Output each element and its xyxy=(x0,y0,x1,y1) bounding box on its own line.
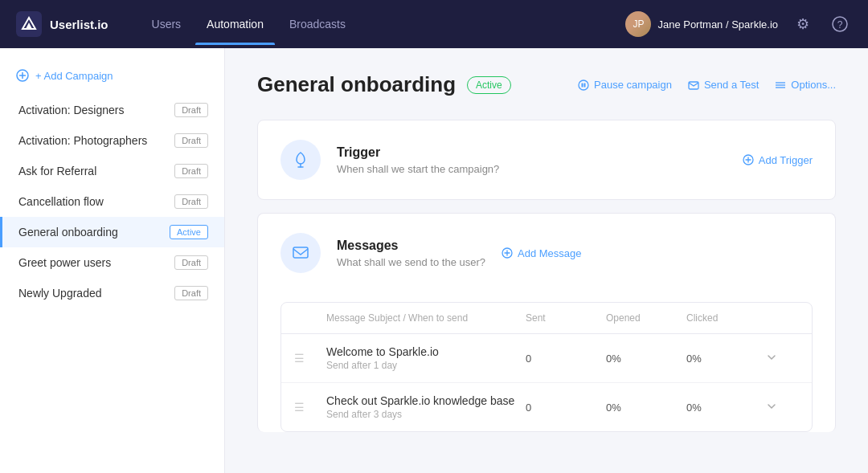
main-layout: + Add Campaign Activation: Designers Dra… xyxy=(0,48,868,473)
add-campaign-button[interactable]: + Add Campaign xyxy=(0,64,224,95)
sidebar-item-badge: Draft xyxy=(174,286,208,300)
messages-card: Messages What shall we send to the user?… xyxy=(257,213,836,432)
table-header: Message Subject / When to send Sent Open… xyxy=(281,303,812,334)
add-message-button[interactable]: Add Message xyxy=(502,247,582,259)
sidebar-item-badge: Draft xyxy=(174,103,208,117)
clicked-stat: 0% xyxy=(686,402,767,414)
sidebar-item-general-onboarding[interactable]: General onboarding Active xyxy=(0,217,224,247)
svg-rect-10 xyxy=(584,83,586,87)
table-row: ☰ Check out Sparkle.io knowledge base Se… xyxy=(281,383,812,431)
opened-stat: 0% xyxy=(606,353,686,365)
header-actions: Pause campaign Send a Test Options. xyxy=(578,79,836,91)
col-opened: Opened xyxy=(606,312,686,324)
status-badge: Active xyxy=(467,76,511,94)
messages-icon xyxy=(280,233,321,273)
options-label: Options... xyxy=(791,79,836,91)
table-row: ☰ Welcome to Sparkle.io Send after 1 day… xyxy=(281,334,812,383)
message-subject-cell: Welcome to Sparkle.io Send after 1 day xyxy=(326,345,526,371)
nav-users[interactable]: Users xyxy=(141,11,193,37)
user-label: Jane Portman / Sparkle.io xyxy=(657,18,778,31)
sidebar-item-newly-upgraded[interactable]: Newly Upgraded Draft xyxy=(0,278,224,308)
sidebar-item-badge: Draft xyxy=(174,133,208,148)
message-subject: Check out Sparkle.io knowledge base xyxy=(326,394,526,407)
settings-button[interactable]: ⚙ xyxy=(791,12,815,36)
options-button[interactable]: Options... xyxy=(775,79,836,91)
sidebar-item-activation-designers[interactable]: Activation: Designers Draft xyxy=(0,95,224,125)
nav-broadcasts[interactable]: Broadcasts xyxy=(278,11,357,37)
sidebar-item-badge: Draft xyxy=(174,255,208,270)
sidebar-item-badge: Active xyxy=(170,225,208,239)
logo-text: Userlist.io xyxy=(50,18,108,31)
nav-automation[interactable]: Automation xyxy=(195,11,275,37)
content-header: General onboarding Active Pause campaign xyxy=(257,72,836,97)
message-when: Send after 3 days xyxy=(326,409,526,420)
sidebar-item-cancellation-flow[interactable]: Cancellation flow Draft xyxy=(0,186,224,217)
help-button[interactable]: ? xyxy=(828,12,852,36)
sidebar-item-label: Activation: Photographers xyxy=(18,134,147,147)
add-trigger-button[interactable]: Add Trigger xyxy=(743,154,813,166)
add-campaign-label: + Add Campaign xyxy=(35,70,113,82)
messages-description: What shall we send to the user? xyxy=(337,256,485,268)
sidebar-item-label: Activation: Designers xyxy=(18,104,125,116)
messages-table: Message Subject / When to send Sent Open… xyxy=(280,302,813,432)
trigger-title: Trigger xyxy=(337,145,499,160)
svg-text:?: ? xyxy=(837,19,843,31)
sidebar: + Add Campaign Activation: Designers Dra… xyxy=(0,48,225,473)
sidebar-item-label: Newly Upgraded xyxy=(18,287,102,300)
page-title: General onboarding xyxy=(257,72,456,97)
pause-campaign-label: Pause campaign xyxy=(594,79,672,91)
title-area: General onboarding Active xyxy=(257,72,511,97)
sidebar-item-label: Cancellation flow xyxy=(18,195,104,208)
send-test-label: Send a Test xyxy=(704,79,759,91)
nav-right: JP Jane Portman / Sparkle.io ⚙ ? xyxy=(625,11,852,37)
col-subject: Message Subject / When to send xyxy=(326,312,526,324)
pause-campaign-button[interactable]: Pause campaign xyxy=(578,79,672,91)
logo: Userlist.io xyxy=(16,11,108,37)
message-when: Send after 1 day xyxy=(326,360,526,371)
main-content: General onboarding Active Pause campaign xyxy=(225,48,868,473)
sidebar-item-badge: Draft xyxy=(174,164,208,178)
send-test-button[interactable]: Send a Test xyxy=(688,79,759,91)
clicked-stat: 0% xyxy=(686,353,767,365)
avatar: JP xyxy=(625,11,651,37)
user-menu[interactable]: JP Jane Portman / Sparkle.io xyxy=(625,11,778,37)
message-subject-cell: Check out Sparkle.io knowledge base Send… xyxy=(326,394,526,420)
trigger-card: Trigger When shall we start the campaign… xyxy=(257,120,836,200)
trigger-icon xyxy=(280,140,321,180)
sent-stat: 0 xyxy=(526,402,606,414)
col-clicked: Clicked xyxy=(686,312,767,324)
sidebar-item-ask-for-referral[interactable]: Ask for Referral Draft xyxy=(0,156,224,186)
row-expand-button[interactable] xyxy=(767,352,799,365)
add-trigger-label: Add Trigger xyxy=(759,154,813,166)
sidebar-item-activation-photographers[interactable]: Activation: Photographers Draft xyxy=(0,125,224,156)
messages-title: Messages xyxy=(337,239,485,253)
add-message-label: Add Message xyxy=(518,247,582,259)
sidebar-item-label: Greet power users xyxy=(18,256,111,269)
messages-text: Messages What shall we send to the user? xyxy=(337,239,485,268)
sent-stat: 0 xyxy=(526,353,606,365)
message-subject: Welcome to Sparkle.io xyxy=(326,345,526,358)
sidebar-item-label: Ask for Referral xyxy=(18,165,96,177)
trigger-text: Trigger When shall we start the campaign… xyxy=(337,145,499,175)
svg-point-8 xyxy=(579,80,588,90)
drag-handle-icon[interactable]: ☰ xyxy=(294,352,326,365)
nav-items: Users Automation Broadcasts xyxy=(141,11,602,37)
svg-rect-9 xyxy=(582,83,583,87)
sidebar-item-greet-power-users[interactable]: Greet power users Draft xyxy=(0,247,224,278)
sidebar-item-badge: Draft xyxy=(174,194,208,209)
top-navigation: Userlist.io Users Automation Broadcasts … xyxy=(0,0,868,48)
row-expand-button[interactable] xyxy=(767,401,799,414)
col-sent: Sent xyxy=(526,312,606,324)
svg-rect-20 xyxy=(293,247,308,258)
trigger-description: When shall we start the campaign? xyxy=(337,163,499,175)
drag-handle-icon[interactable]: ☰ xyxy=(294,401,326,414)
sidebar-item-label: General onboarding xyxy=(18,226,118,239)
opened-stat: 0% xyxy=(606,402,686,414)
